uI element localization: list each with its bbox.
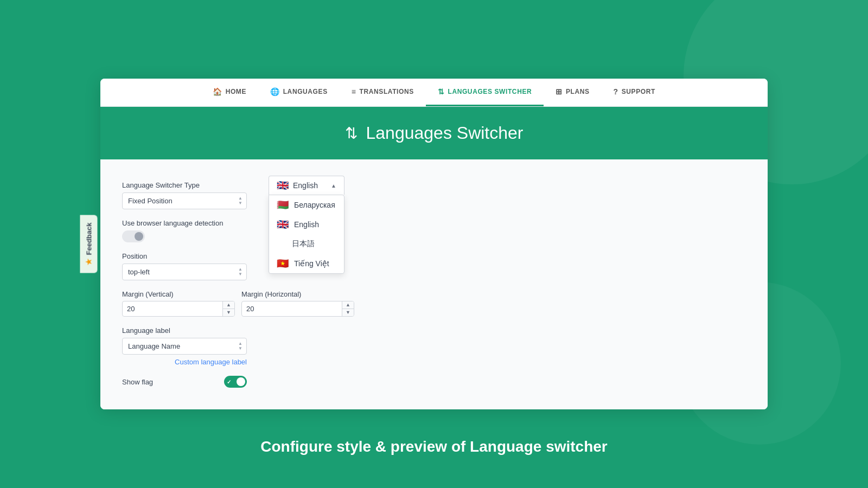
nav-label-support: SUPPORT: [622, 88, 655, 95]
switcher-type-label: Language Switcher Type: [122, 181, 247, 189]
margin-vertical-down[interactable]: ▼: [223, 309, 234, 316]
language-label-select[interactable]: Language Name: [122, 338, 247, 355]
toggle-check-icon: ✓: [227, 379, 231, 385]
margin-vertical-input[interactable]: [123, 301, 222, 316]
show-flag-label: Show flag: [122, 378, 153, 386]
lang-option-vietnamese[interactable]: 🇻🇳 Tiếng Việt: [269, 254, 344, 273]
vietnamese-label: Tiếng Việt: [294, 259, 329, 268]
toggle-x-icon: ✕: [138, 234, 142, 240]
nav-label-home: HOME: [226, 88, 246, 95]
header-banner: ⇅ Languages Switcher: [100, 107, 768, 159]
margin-vertical-label: Margin (Vertical): [122, 290, 235, 298]
dropdown-list: 🇧🇾 Беларуская 🇬🇧 English 日本語 🇻🇳 Tiếng Vi…: [269, 195, 344, 274]
english-label: English: [294, 220, 319, 229]
browser-detection-toggle[interactable]: ✕: [122, 230, 145, 242]
margin-row: Margin (Vertical) ▲ ▼ Margin (Horizontal…: [122, 290, 247, 317]
nav-item-languages-switcher[interactable]: ⇅ LANGUAGES SWITCHER: [426, 79, 544, 106]
content-area: Language Switcher Type Fixed Position ▲ …: [100, 159, 768, 409]
custom-language-label-link[interactable]: Custom language label: [122, 358, 247, 366]
switcher-nav-icon: ⇅: [438, 87, 445, 96]
margin-vertical-input-wrap: ▲ ▼: [122, 301, 235, 317]
switcher-type-select-wrapper: Fixed Position ▲ ▼: [122, 192, 247, 209]
bottom-text: Configure style & preview of Language sw…: [260, 438, 607, 455]
nav-label-translations: TRANSLATIONS: [360, 88, 414, 95]
position-label: Position: [122, 252, 247, 260]
main-card: 🏠 HOME 🌐 LANGUAGES ≡ TRANSLATIONS ⇅ LANG…: [100, 79, 768, 409]
nav-item-translations[interactable]: ≡ TRANSLATIONS: [340, 79, 426, 106]
lang-option-belarusian[interactable]: 🇧🇾 Беларуская: [269, 195, 344, 215]
switcher-type-field: Language Switcher Type Fixed Position ▲ …: [122, 181, 247, 209]
dropdown-preview: 🇬🇧 English ▲ 🇧🇾 Беларуская 🇬🇧 English 日本…: [269, 176, 344, 274]
show-flag-row: Show flag ✓: [122, 376, 247, 388]
home-icon: 🏠: [213, 87, 222, 96]
japanese-label: 日本語: [292, 239, 315, 249]
selected-lang-name: English: [293, 181, 318, 190]
margin-horizontal-label: Margin (Horizontal): [241, 290, 354, 298]
belarusian-label: Беларуская: [294, 201, 335, 209]
chevron-up-icon: ▲: [331, 183, 336, 189]
position-select[interactable]: top-left top-right bottom-left bottom-ri…: [122, 264, 247, 280]
margin-horizontal-col: Margin (Horizontal) ▲ ▼: [241, 290, 354, 317]
nav-bar: 🏠 HOME 🌐 LANGUAGES ≡ TRANSLATIONS ⇅ LANG…: [100, 79, 768, 107]
margin-vertical-spinners: ▲ ▼: [222, 301, 234, 316]
translations-icon: ≡: [352, 87, 356, 96]
position-select-wrapper: top-left top-right bottom-left bottom-ri…: [122, 264, 247, 280]
browser-detection-field: Use browser language detection ✕: [122, 219, 247, 242]
header-icon: ⇅: [345, 124, 358, 142]
browser-detection-toggle-row: ✕: [122, 230, 247, 242]
nav-label-languages-switcher: LANGUAGES SWITCHER: [448, 88, 532, 95]
nav-item-support[interactable]: ? SUPPORT: [602, 79, 667, 106]
margin-horizontal-spinners: ▲ ▼: [342, 301, 354, 316]
show-flag-toggle[interactable]: ✓: [224, 376, 247, 388]
languages-icon: 🌐: [270, 87, 280, 96]
language-label-label: Language label: [122, 326, 247, 335]
support-icon: ?: [614, 87, 618, 96]
language-label-select-wrapper: Language Name ▲ ▼: [122, 338, 247, 355]
position-field: Position top-left top-right bottom-left …: [122, 252, 247, 280]
lang-option-english[interactable]: 🇬🇧 English: [269, 215, 344, 234]
margin-horizontal-up[interactable]: ▲: [342, 301, 354, 309]
dropdown-trigger[interactable]: 🇬🇧 English ▲: [269, 176, 344, 195]
margin-vertical-col: Margin (Vertical) ▲ ▼: [122, 290, 235, 317]
feedback-tab[interactable]: ★ Feedback: [80, 215, 97, 273]
nav-item-home[interactable]: 🏠 HOME: [201, 79, 258, 106]
settings-panel: Language Switcher Type Fixed Position ▲ …: [122, 181, 247, 388]
margin-horizontal-down[interactable]: ▼: [342, 309, 354, 316]
feedback-label: Feedback: [85, 223, 93, 255]
plans-icon: ⊞: [556, 87, 563, 96]
dropdown-trigger-left: 🇬🇧 English: [277, 181, 318, 190]
feedback-star-icon: ★: [84, 258, 93, 265]
nav-label-plans: PLANS: [566, 88, 590, 95]
nav-label-languages: LANGUAGES: [283, 88, 328, 95]
belarusian-flag: 🇧🇾: [277, 200, 289, 210]
browser-detection-label: Use browser language detection: [122, 219, 247, 227]
lang-option-japanese[interactable]: 日本語: [269, 234, 344, 254]
margin-vertical-up[interactable]: ▲: [223, 301, 234, 309]
switcher-type-select[interactable]: Fixed Position: [122, 192, 247, 209]
margin-horizontal-input-wrap: ▲ ▼: [241, 301, 354, 317]
margin-horizontal-input[interactable]: [242, 301, 342, 316]
nav-item-languages[interactable]: 🌐 LANGUAGES: [258, 79, 340, 106]
selected-flag: 🇬🇧: [277, 181, 289, 190]
nav-item-plans[interactable]: ⊞ PLANS: [544, 79, 601, 106]
page-title: Languages Switcher: [366, 123, 524, 143]
english-flag: 🇬🇧: [277, 220, 289, 229]
language-label-field: Language label Language Name ▲ ▼ Custom …: [122, 326, 247, 366]
vietnamese-flag: 🇻🇳: [277, 259, 289, 268]
